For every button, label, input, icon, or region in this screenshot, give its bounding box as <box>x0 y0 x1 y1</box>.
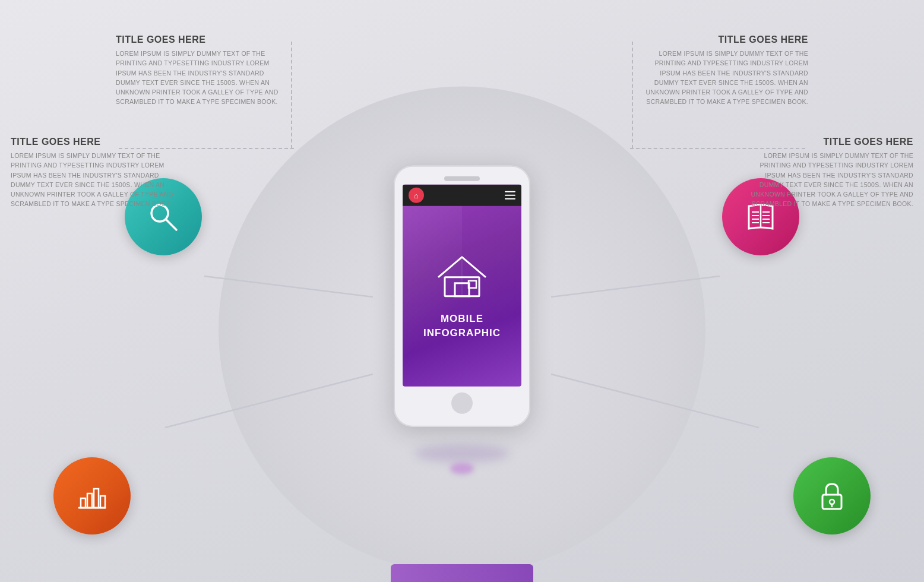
feature-circle-chart[interactable] <box>53 457 131 534</box>
chart-icon <box>74 478 110 514</box>
lock-icon <box>814 478 850 514</box>
svg-rect-21 <box>87 494 92 508</box>
text-block-mid-right-body: LOREM IPSUM IS SIMPLY DUMMY TEXT OF THE … <box>741 151 913 209</box>
bottom-strip <box>391 564 533 582</box>
hamburger-line-1 <box>505 191 515 192</box>
text-block-top-left-title: TITLE GOES HERE <box>116 34 288 45</box>
phone-screen-content: MOBILE INFOGRAPHIC <box>403 206 521 387</box>
svg-line-9 <box>166 219 176 230</box>
text-block-mid-right-title: TITLE GOES HERE <box>741 137 913 147</box>
hamburger-line-2 <box>505 195 515 196</box>
feature-circle-lock[interactable] <box>793 457 871 534</box>
text-block-top-right-title: TITLE GOES HERE <box>636 34 808 45</box>
hamburger-menu-icon[interactable] <box>505 191 515 200</box>
svg-rect-20 <box>81 498 86 508</box>
text-block-top-right-body: LOREM IPSUM IS SIMPLY DUMMY TEXT OF THE … <box>636 49 808 107</box>
dashed-line-top-left-vertical <box>291 42 292 148</box>
house-icon <box>435 252 489 302</box>
phone-body: ⌂ <box>394 166 530 427</box>
text-block-top-right: TITLE GOES HERE LOREM IPSUM IS SIMPLY DU… <box>636 34 808 107</box>
text-block-top-left-body: LOREM IPSUM IS SIMPLY DUMMY TEXT OF THE … <box>116 49 288 107</box>
phone-speaker <box>444 176 480 181</box>
nav-home-button[interactable]: ⌂ <box>409 188 424 203</box>
dashed-line-top-right-vertical <box>632 42 633 148</box>
home-icon: ⌂ <box>414 191 419 200</box>
hamburger-line-3 <box>505 198 515 200</box>
phone-navbar: ⌂ <box>403 185 521 206</box>
phone-shadow <box>414 445 510 463</box>
svg-rect-23 <box>100 496 105 508</box>
text-block-mid-right: TITLE GOES HERE LOREM IPSUM IS SIMPLY DU… <box>741 137 913 209</box>
text-block-mid-left: TITLE GOES HERE LOREM IPSUM IS SIMPLY DU… <box>11 137 183 209</box>
phone-screen: ⌂ <box>403 185 521 387</box>
text-block-top-left: TITLE GOES HERE LOREM IPSUM IS SIMPLY DU… <box>116 34 288 107</box>
svg-rect-22 <box>94 489 99 508</box>
text-block-mid-left-body: LOREM IPSUM IS SIMPLY DUMMY TEXT OF THE … <box>11 151 183 209</box>
phone-home-button <box>451 393 473 414</box>
phone-screen-title: MOBILE INFOGRAPHIC <box>423 312 501 340</box>
text-block-mid-left-title: TITLE GOES HERE <box>11 137 183 147</box>
phone-reflection <box>450 463 474 475</box>
phone-mockup: ⌂ <box>394 166 530 427</box>
